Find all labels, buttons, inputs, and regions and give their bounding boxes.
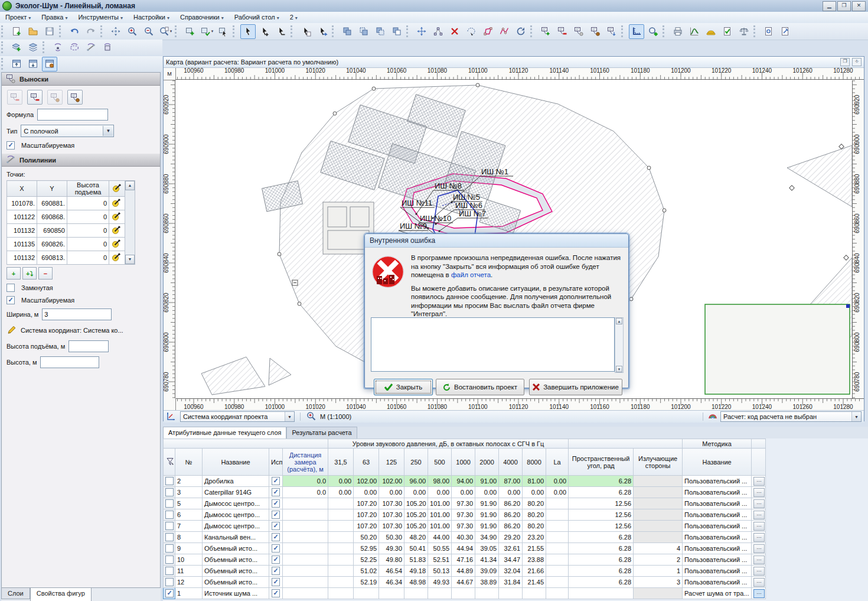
use-checkbox[interactable] — [272, 477, 280, 485]
callout-add-button[interactable] — [538, 24, 553, 39]
callout-tool-1-button[interactable] — [7, 90, 22, 105]
source-row[interactable]: 8Канальный вен...50.2050.3048.2044.0040.… — [164, 532, 766, 543]
col-freq-63[interactable]: 63 — [354, 449, 379, 476]
point-row[interactable]: 101132690813.0 — [7, 251, 125, 265]
cursor-plus-button[interactable] — [257, 24, 272, 39]
method-picker-button[interactable]: … — [753, 555, 765, 564]
pick-on-map-button[interactable] — [109, 197, 125, 210]
point-row[interactable]: 1011326908500 — [7, 224, 125, 238]
pan-button[interactable] — [108, 24, 123, 39]
menu-item-7[interactable]: 2▾ — [285, 12, 303, 22]
source-line-button[interactable] — [83, 40, 99, 55]
source-row[interactable]: 3Caterpillar 914G0.00.000.000.000.000.00… — [164, 487, 766, 498]
callout-tool-2-button[interactable] — [27, 90, 43, 105]
source-row[interactable]: 1Источник шума ...Расчет шума от тра...… — [164, 588, 766, 599]
callout-move-button[interactable] — [604, 24, 619, 39]
row-checkbox[interactable] — [165, 533, 174, 541]
scroll-up-icon[interactable]: ▲ — [125, 181, 135, 190]
open-project-button[interactable] — [25, 24, 41, 39]
polylines-group-header[interactable]: Полилинии — [2, 154, 160, 167]
source-row[interactable]: 9Объемный исто...52.9549.3050.4150.5544.… — [164, 543, 766, 554]
method-picker-button[interactable]: … — [753, 488, 765, 497]
col-freq-8000[interactable]: 8000 — [523, 449, 546, 476]
noise-source-label[interactable]: ИШ №1 — [481, 167, 508, 176]
callout-color-button[interactable] — [588, 24, 603, 39]
col-freq-250[interactable]: 250 — [404, 449, 428, 476]
noise-source-label[interactable]: ИШ №8 — [435, 181, 462, 190]
col-method-name[interactable]: Название — [683, 449, 752, 476]
use-checkbox[interactable] — [272, 544, 280, 553]
row-checkbox[interactable] — [165, 589, 174, 597]
use-checkbox[interactable] — [272, 488, 280, 496]
method-picker-button[interactable]: … — [753, 544, 765, 553]
callouts-group-header[interactable]: Выноски — [2, 73, 160, 86]
source-area-button[interactable] — [67, 40, 82, 55]
use-checkbox[interactable] — [272, 567, 280, 575]
scales-button[interactable] — [736, 24, 752, 39]
row-checkbox[interactable] — [165, 555, 174, 564]
use-checkbox[interactable] — [272, 511, 280, 519]
coord-system-combo[interactable]: Система координат проекта ▼ — [180, 411, 295, 422]
pick-on-map-button[interactable] — [109, 238, 125, 251]
source-row[interactable]: 12Объемный исто...52.1946.3448.9849.9344… — [164, 577, 766, 588]
chevron-down-icon[interactable]: ▼ — [103, 126, 113, 136]
col-sides[interactable]: Излучающие стороны — [634, 449, 683, 476]
restore-button[interactable]: ❐ — [837, 1, 851, 11]
terminate-app-button[interactable]: Завершить приложение — [529, 379, 622, 395]
points-scrollbar[interactable]: ▲ ▼ — [125, 180, 135, 265]
polyline-edit-button[interactable] — [497, 24, 512, 39]
col-dist[interactable]: Дистанция замера (расчёта), м — [283, 449, 328, 476]
redo-button[interactable] — [83, 24, 99, 39]
use-checkbox[interactable] — [272, 555, 280, 564]
doc-settings-button[interactable] — [761, 24, 776, 39]
delete-point-button[interactable]: − — [38, 267, 53, 280]
select-all-header[interactable] — [164, 449, 175, 476]
width-input[interactable] — [42, 308, 112, 320]
shape-union-button[interactable] — [340, 24, 355, 39]
error-description-textarea[interactable] — [371, 317, 615, 372]
pick-on-map-button[interactable] — [109, 224, 125, 238]
pick-on-map-button[interactable] — [109, 251, 125, 265]
map-pin-icon[interactable]: ⎀ — [852, 58, 862, 66]
menu-item-6[interactable]: Рабочий стол▾ — [229, 12, 285, 22]
callout-tool-4-button[interactable] — [67, 90, 83, 105]
point-row[interactable]: 101078.690881.0 — [7, 197, 125, 210]
method-picker-button[interactable]: … — [753, 567, 765, 576]
col-freq-4000[interactable]: 4000 — [499, 449, 523, 476]
use-checkbox[interactable] — [272, 533, 280, 541]
use-checkbox[interactable] — [272, 589, 280, 597]
col-use[interactable]: Исп. — [269, 449, 283, 476]
point-row[interactable]: 101135690826.0 — [7, 238, 125, 251]
window-down-button[interactable] — [25, 57, 41, 72]
chevron-down-icon[interactable]: ▼ — [285, 412, 294, 421]
result-rectangle[interactable] — [705, 304, 850, 394]
zoom-page-button[interactable]: ▾ — [158, 24, 173, 39]
scroll-down-icon[interactable]: ▼ — [616, 366, 622, 372]
curve-button[interactable] — [687, 24, 702, 39]
source-building-button[interactable] — [100, 40, 115, 55]
col-num[interactable]: № — [175, 449, 203, 476]
col-y[interactable]: Y — [37, 181, 67, 197]
pick-on-map-button[interactable] — [109, 210, 125, 224]
coord-system-link[interactable]: Система координат: Система ко... — [21, 327, 123, 334]
col-freq-1000[interactable]: 1000 — [452, 449, 475, 476]
tab-calc-results[interactable]: Результаты расчета — [286, 427, 357, 438]
col-freq-La[interactable]: La — [546, 449, 569, 476]
row-checkbox[interactable] — [165, 477, 174, 485]
tab-attribute-data[interactable]: Атрибутивные данные текущего слоя — [163, 427, 286, 438]
row-checkbox[interactable] — [165, 511, 174, 519]
method-picker-button[interactable]: … — [753, 589, 765, 598]
minimize-button[interactable]: ▁ — [823, 1, 836, 11]
capture-button[interactable] — [464, 24, 479, 39]
layer-add-button[interactable] — [9, 40, 24, 55]
row-checkbox[interactable] — [165, 578, 174, 586]
zoom-in-button[interactable] — [125, 24, 140, 39]
shape-xor-button[interactable] — [389, 24, 404, 39]
ruler-button[interactable] — [629, 24, 644, 39]
object-add-button[interactable] — [182, 24, 198, 39]
scalable2-checkbox[interactable] — [6, 296, 15, 304]
scroll-down-icon[interactable]: ▼ — [125, 255, 135, 264]
source-row[interactable]: 2Дробилка0.00.00102.00102.0096.0098.0094… — [164, 476, 766, 487]
noise-source-label[interactable]: ИШ №5 — [453, 193, 480, 202]
textarea-scrollbar[interactable]: ▲ ▼ — [615, 317, 624, 373]
